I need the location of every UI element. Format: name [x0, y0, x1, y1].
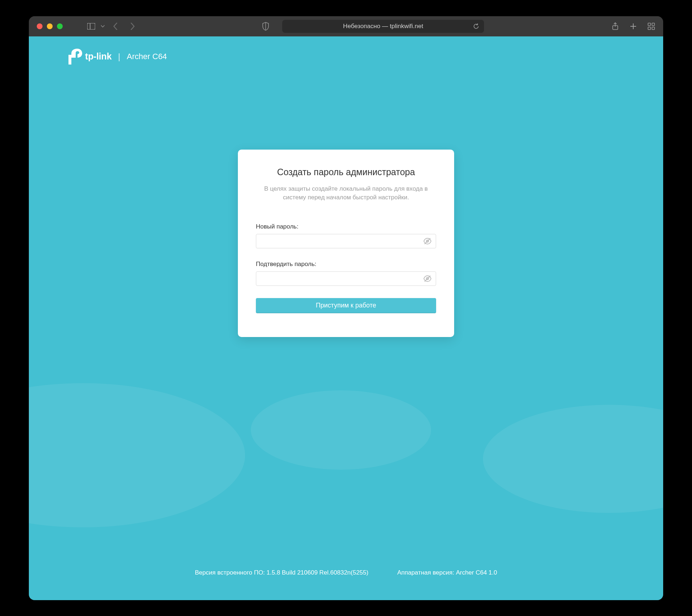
hardware-version: Аппаратная версия: Archer C64 1.0: [397, 569, 497, 576]
titlebar: Небезопасно — tplinkwifi.net: [29, 16, 663, 36]
sidebar-toggle-icon[interactable]: [87, 23, 95, 30]
share-icon[interactable]: [611, 22, 619, 30]
confirm-password-label: Подтвердить пароль:: [256, 261, 436, 268]
new-password-label: Новый пароль:: [256, 223, 436, 230]
toolbar-right: [611, 22, 655, 30]
nav-arrows: [113, 23, 135, 30]
svg-rect-7: [648, 23, 651, 26]
forward-button[interactable]: [130, 23, 135, 30]
brand-name: tp-link: [85, 51, 112, 62]
minimize-window-button[interactable]: [47, 23, 53, 29]
firmware-version: Версия встроенного ПО: 1.5.8 Build 21060…: [195, 569, 368, 576]
tp-link-logo-icon: [68, 49, 82, 65]
svg-rect-9: [648, 27, 651, 30]
page-body: tp-link | Archer C64 Создать пароль адми…: [29, 36, 663, 600]
back-button[interactable]: [113, 23, 118, 30]
maximize-window-button[interactable]: [57, 23, 63, 29]
privacy-shield-icon[interactable]: [262, 22, 269, 31]
new-password-field: Новый пароль:: [256, 223, 436, 248]
window-controls: [37, 23, 63, 29]
confirm-password-input[interactable]: [256, 271, 436, 286]
clouds-decoration: [29, 405, 663, 498]
get-started-button[interactable]: Приступим к работе: [256, 298, 436, 313]
card-description: В целях защиты создайте локальный пароль…: [256, 185, 436, 202]
svg-rect-10: [652, 27, 655, 30]
svg-rect-8: [652, 23, 655, 26]
toggle-password-visibility-icon[interactable]: [423, 237, 432, 245]
tab-overview-icon[interactable]: [647, 22, 655, 30]
address-text: Небезопасно — tplinkwifi.net: [343, 23, 423, 30]
setup-card: Создать пароль администратора В целях за…: [238, 150, 454, 337]
close-window-button[interactable]: [37, 23, 43, 29]
browser-window: Небезопасно — tplinkwifi.net: [29, 16, 663, 600]
page-footer: Версия встроенного ПО: 1.5.8 Build 21060…: [29, 569, 663, 576]
new-password-input[interactable]: [256, 234, 436, 248]
device-model: Archer C64: [127, 52, 167, 61]
new-tab-icon[interactable]: [629, 22, 637, 30]
svg-rect-0: [87, 23, 95, 30]
address-bar[interactable]: Небезопасно — tplinkwifi.net: [282, 20, 484, 33]
reload-icon[interactable]: [473, 23, 479, 30]
brand-logo: tp-link: [68, 49, 112, 65]
toggle-password-visibility-icon[interactable]: [423, 274, 432, 283]
confirm-password-field: Подтвердить пароль:: [256, 261, 436, 286]
header-divider: |: [118, 52, 120, 62]
chevron-down-icon[interactable]: [100, 24, 105, 29]
page-header: tp-link | Archer C64: [68, 49, 167, 65]
card-title: Создать пароль администратора: [256, 167, 436, 177]
